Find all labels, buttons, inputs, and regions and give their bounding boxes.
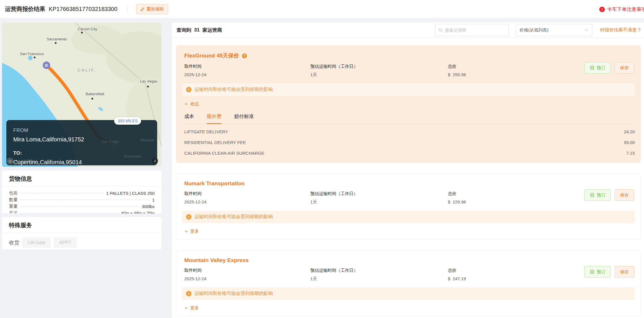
carrier-name: Mountain Valley Express bbox=[184, 257, 249, 263]
chevron-down-icon bbox=[184, 229, 188, 233]
cargo-info-card: 货物信息 包装 1 PALLETS | CLASS 250 数量 1 重量 30… bbox=[2, 171, 162, 214]
pickup-label: 取件时间 bbox=[184, 64, 310, 69]
dashed-leader bbox=[20, 193, 103, 193]
detail-tabs: 成本 额外费 赔付标准 bbox=[182, 113, 635, 124]
from-value: Mira Loma,California,91752 bbox=[13, 136, 150, 143]
city-label-bakersfield: Bakersfield bbox=[86, 92, 104, 96]
tab-compensation[interactable]: 赔付标准 bbox=[234, 113, 254, 124]
city-label-vegas: Las Vegas bbox=[140, 79, 157, 83]
cargo-row-quantity: 数量 1 bbox=[9, 197, 155, 203]
marker-b-label: B bbox=[45, 63, 48, 68]
book-label: 预订 bbox=[597, 65, 605, 71]
sort-value: 价格(从低到高) bbox=[520, 27, 585, 33]
save-label: 保存 bbox=[620, 269, 629, 275]
quote-results-panel: 查询到 31 家运营商 价格(从低到高) 对报价结果不满意 ? FlexGrou… bbox=[172, 23, 644, 318]
help-icon[interactable]: ? bbox=[242, 53, 247, 58]
sort-select[interactable]: 价格(从低到高) bbox=[516, 24, 592, 36]
transit-value: 1天 bbox=[310, 276, 448, 282]
chevron-down-icon bbox=[184, 306, 188, 310]
dissatisfied-link[interactable]: 对报价结果不满意 ? bbox=[600, 27, 641, 33]
cargo-value: 40in x 48in x 70in bbox=[121, 211, 155, 214]
save-button[interactable]: 保存 bbox=[615, 189, 634, 201]
truck-order-notice[interactable]: ! 卡车下单注意事项 bbox=[599, 0, 644, 18]
mapbox-wordmark: mapbox bbox=[15, 158, 37, 164]
total-block: 总价 $ 255.56 bbox=[448, 64, 584, 77]
mapbox-attribution: ◍ mapbox bbox=[7, 158, 37, 164]
pickup-block: 取件时间 2025-12-24 bbox=[184, 268, 310, 281]
reedit-button[interactable]: 重新编辑 bbox=[136, 4, 168, 14]
fee-row-clean-air: CALIFORNIA CLEAN AIR SURCHARGE 7.15 bbox=[184, 148, 635, 158]
transit-label: 预估运输时间（工作日） bbox=[310, 64, 448, 69]
currency: $ bbox=[448, 199, 450, 204]
currency: $ bbox=[448, 276, 450, 281]
book-button[interactable]: 预订 bbox=[584, 189, 611, 201]
order-number: KP1766385177032183300 bbox=[49, 6, 117, 12]
map-info-icon[interactable]: i bbox=[152, 158, 158, 164]
fee-name: LIFTGATE DELIVERY bbox=[184, 129, 228, 134]
more-label: 更多 bbox=[190, 305, 199, 311]
cargo-value: 1 bbox=[152, 197, 155, 202]
transit-value: 1天 bbox=[310, 72, 448, 78]
warning-text: 运输时间和价格可能会受到假期的影响 bbox=[194, 291, 273, 297]
fee-list: LIFTGATE DELIVERY 24.20 RESIDENTIAL DELI… bbox=[182, 124, 635, 162]
city-label-carson: Carson City bbox=[78, 27, 97, 31]
holiday-warning: ! 运输时间和价格可能会受到假期的影响 bbox=[182, 287, 635, 300]
cargo-title: 货物信息 bbox=[2, 171, 162, 186]
fee-amount: 55.00 bbox=[624, 140, 635, 145]
fee-amount: 24.20 bbox=[624, 129, 635, 134]
cargo-row-packaging: 包装 1 PALLETS | CLASS 250 bbox=[9, 190, 155, 197]
book-label: 预订 bbox=[597, 269, 605, 275]
carrier-name: FlexGround 45天保价 bbox=[184, 52, 239, 59]
dashed-leader bbox=[20, 213, 118, 213]
fee-row-residential: RESIDENTIAL DELIVERY FEE 55.00 bbox=[184, 137, 635, 148]
warning-text: 运输时间和价格可能会受到假期的影响 bbox=[194, 87, 273, 93]
notice-text: 卡车下单注意事项 bbox=[607, 6, 644, 13]
tab-cost[interactable]: 成本 bbox=[184, 113, 194, 124]
coins-icon bbox=[590, 270, 594, 274]
special-services-card: 特殊服务 收货 Lift-Gate APPT bbox=[2, 217, 162, 249]
cargo-label: 重量 bbox=[9, 204, 18, 209]
save-label: 保存 bbox=[620, 192, 629, 198]
amount: 255.56 bbox=[453, 72, 466, 77]
transit-block: 预估运输时间（工作日） 1天 bbox=[310, 191, 448, 205]
route-map[interactable]: Carson City Sacramento San Francisco Las… bbox=[2, 23, 162, 167]
transit-block: 预估运输时间（工作日） 1天 bbox=[310, 268, 448, 282]
results-suffix: 家运营商 bbox=[202, 27, 222, 33]
total-block: 总价 $ 229.96 bbox=[448, 191, 584, 204]
header-divider bbox=[127, 5, 127, 13]
cargo-label: 数量 bbox=[9, 197, 18, 203]
search-input[interactable] bbox=[445, 28, 506, 33]
amount: 247.19 bbox=[453, 276, 466, 281]
carrier-card-mountain-valley: Mountain Valley Express 取件时间 2025-12-24 … bbox=[176, 250, 641, 316]
reedit-label: 重新编辑 bbox=[147, 6, 164, 12]
city-label-ensenada: Ensenada bbox=[124, 154, 141, 158]
save-label: 保存 bbox=[620, 65, 629, 71]
fee-name: CALIFORNIA CLEAN AIR SURCHARGE bbox=[184, 151, 264, 156]
total-value: $ 255.56 bbox=[448, 72, 584, 77]
city-label-mexicali: Mexicali bbox=[140, 138, 154, 142]
fee-name: RESIDENTIAL DELIVERY FEE bbox=[184, 140, 246, 145]
pickup-label: 取件时间 bbox=[184, 191, 310, 197]
book-button[interactable]: 预订 bbox=[584, 266, 611, 278]
carrier-card-numark: Numark Transportation 取件时间 2025-12-24 预估… bbox=[176, 174, 641, 240]
collapse-toggle[interactable]: 收起 bbox=[182, 101, 635, 107]
services-title: 特殊服务 bbox=[2, 217, 162, 233]
save-button[interactable]: 保存 bbox=[615, 266, 634, 278]
carrier-card-flexground: FlexGround 45天保价 ? 取件时间 2025-12-24 预估运输时… bbox=[176, 45, 641, 163]
total-label: 总价 bbox=[448, 268, 584, 273]
save-button[interactable]: 保存 bbox=[615, 62, 634, 74]
page-title: 运营商报价结果 bbox=[5, 5, 45, 13]
tab-extra-fees[interactable]: 额外费 bbox=[207, 113, 221, 124]
alert-icon: ! bbox=[599, 7, 605, 12]
city-label-sf: San Francisco bbox=[20, 52, 44, 56]
cargo-value: 300lbs bbox=[142, 204, 155, 209]
pencil-icon bbox=[140, 7, 144, 11]
services-group-label: 收货 bbox=[9, 239, 19, 246]
warning-icon: ! bbox=[186, 214, 191, 220]
book-button[interactable]: 预订 bbox=[584, 62, 611, 74]
expand-toggle[interactable]: 更多 bbox=[182, 229, 635, 234]
pickup-block: 取件时间 2025-12-24 bbox=[184, 191, 310, 204]
expand-toggle[interactable]: 更多 bbox=[182, 305, 635, 311]
holiday-warning: ! 运输时间和价格可能会受到假期的影响 bbox=[182, 211, 635, 223]
fee-row-liftgate: LIFTGATE DELIVERY 24.20 bbox=[184, 126, 635, 137]
